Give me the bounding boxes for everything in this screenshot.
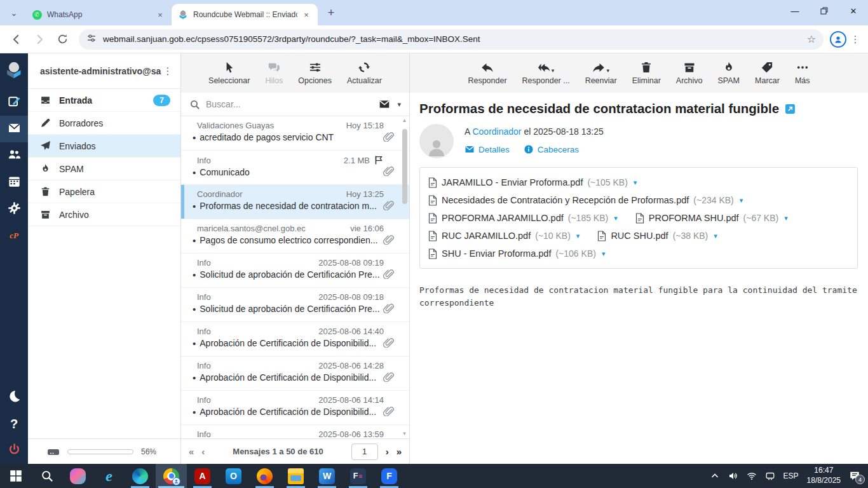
attachment-ruc-jaramillo-pdf[interactable]: RUC JARAMILLO.pdf(~10 KB)▾ — [428, 231, 580, 241]
folder-item-borradores[interactable]: Borradores — [28, 112, 180, 135]
tab-close-icon[interactable]: × — [155, 10, 165, 20]
recipient-link[interactable]: Coordinador — [472, 126, 521, 137]
next-page-icon[interactable]: › — [386, 446, 389, 457]
attachment-menu-caret-icon[interactable]: ▾ — [576, 232, 580, 240]
toolbar-button-eliminar[interactable]: Eliminar — [632, 61, 661, 85]
bookmark-star-icon[interactable]: ☆ — [807, 33, 816, 45]
scroll-down-icon[interactable]: ▼ — [402, 431, 407, 437]
taskbar-start-icon[interactable] — [0, 464, 31, 488]
taskbar-forms-icon[interactable]: F — [374, 464, 405, 488]
volume-icon[interactable] — [728, 471, 738, 481]
prev-page-icon[interactable]: ‹ — [201, 446, 205, 457]
folder-item-papelera[interactable]: Papelera — [28, 180, 180, 203]
taskbar-outlook-icon[interactable]: O — [218, 464, 249, 488]
message-row[interactable]: Validaciones Guayas Hoy 15:18 •acreditad… — [181, 116, 409, 151]
toolbar-button-responder[interactable]: ▾Responder ... — [522, 61, 570, 85]
taskbar-search-icon[interactable] — [31, 464, 62, 488]
headers-toggle[interactable]: Cabeceras — [524, 144, 579, 154]
message-row[interactable]: Info 2025-08-06 13:59 — [181, 425, 409, 438]
flag-icon[interactable] — [374, 155, 384, 165]
toolbar-button-hilos[interactable]: Hilos — [265, 61, 283, 85]
window-maximize-button[interactable] — [810, 0, 839, 22]
taskbar-copilot-icon[interactable] — [62, 464, 93, 488]
dropdown-caret-icon[interactable]: ▾ — [606, 67, 609, 74]
message-row[interactable]: Info 2025-08-08 09:18 •Solicitud de apro… — [181, 288, 409, 322]
first-page-icon[interactable]: « — [189, 446, 194, 457]
toolbar-button-marcar[interactable]: Marcar — [755, 61, 780, 85]
taskbar-ie-icon[interactable]: e — [93, 464, 125, 488]
dropdown-caret-icon[interactable]: ▾ — [552, 67, 555, 74]
folder-item-archivo[interactable]: Archivo — [28, 203, 180, 226]
message-row[interactable]: Info 2025-08-06 14:28 •Aprobación de Cer… — [181, 356, 409, 391]
attachment-proforma-shu-pdf[interactable]: PROFORMA SHU.pdf(~67 KB)▾ — [635, 213, 788, 224]
message-row[interactable]: Info 2025-08-06 14:40 •Aprobación de Cer… — [181, 322, 409, 356]
forward-button[interactable] — [29, 29, 50, 50]
toolbar-button-opciones[interactable]: Opciones — [298, 61, 332, 85]
new-tab-button[interactable]: + — [323, 4, 339, 21]
taskbar-fs-icon[interactable]: F≡ — [342, 464, 374, 488]
toolbar-button-archivo[interactable]: Archivo — [676, 61, 703, 85]
taskbar-acrobat-icon[interactable]: A — [187, 464, 218, 488]
rail-item-power[interactable] — [0, 437, 28, 464]
rail-item-compose[interactable] — [0, 89, 28, 116]
rail-item-cpanel[interactable]: cP — [0, 222, 28, 249]
toolbar-button-reenviar[interactable]: ▾Reenviar — [585, 61, 617, 85]
taskbar-explorer-icon[interactable] — [280, 464, 311, 488]
toolbar-button-actualizar[interactable]: Actualizar — [347, 61, 382, 85]
scroll-up-icon[interactable]: ▲ — [402, 118, 407, 124]
touch-keyboard-icon[interactable] — [765, 471, 775, 481]
attachment-proforma-jaramillo-pdf[interactable]: PROFORMA JARAMILLO.pdf(~185 KB)▾ — [428, 213, 618, 224]
wifi-icon[interactable] — [747, 471, 757, 481]
attachment-menu-caret-icon[interactable]: ▾ — [634, 179, 637, 187]
rail-item-calendar[interactable] — [0, 169, 28, 196]
browser-profile-avatar[interactable] — [830, 31, 846, 48]
address-bar[interactable]: webmail.sanjuan.gob.ec/cpsess0751905572/… — [79, 29, 824, 50]
browser-menu-icon[interactable]: ⋮ — [849, 34, 862, 45]
page-number-input[interactable] — [351, 444, 378, 460]
attachment-menu-caret-icon[interactable]: ▾ — [740, 196, 743, 205]
taskbar-firefox-icon[interactable] — [249, 464, 280, 488]
account-menu-icon[interactable]: ⋮ — [161, 65, 174, 77]
search-options-caret-icon[interactable]: ▾ — [397, 100, 401, 109]
attachment-necesidades-de-contratacion-y-recepcion-de-proformas-pdf[interactable]: Necesidades de Contratación y Recepción … — [428, 195, 743, 206]
taskbar-word-icon[interactable]: W — [311, 464, 342, 488]
toolbar-button-responder[interactable]: Responder — [468, 61, 506, 85]
language-indicator[interactable]: ESP — [783, 471, 799, 480]
message-row[interactable]: maricela.santos@cnel.gob.ec vie 16:06 •P… — [181, 219, 409, 254]
tray-expand-icon[interactable] — [710, 471, 720, 481]
site-info-icon[interactable] — [86, 33, 97, 46]
tab-whatsapp[interactable]: ✆ WhatsApp × — [25, 4, 172, 25]
reload-button[interactable] — [52, 29, 72, 50]
last-page-icon[interactable]: » — [397, 446, 402, 457]
window-minimize-button[interactable]: — — [780, 0, 810, 22]
tab-search-button[interactable]: ⌄ — [5, 4, 23, 22]
details-toggle[interactable]: Detalles — [465, 144, 510, 154]
rail-item-mail[interactable] — [0, 116, 28, 142]
toolbar-button-seleccionar[interactable]: Seleccionar — [208, 61, 250, 85]
message-row[interactable]: Coordinador Hoy 13:25 •Proformas de nece… — [181, 185, 409, 219]
clock[interactable]: 16:47 18/8/2025 — [807, 466, 841, 485]
tab-roundcube[interactable]: Roundcube Webmail :: Enviados × — [172, 4, 318, 25]
attachment-menu-caret-icon[interactable]: ▾ — [614, 214, 618, 222]
open-in-new-window-icon[interactable] — [785, 104, 796, 114]
tab-close-icon[interactable]: × — [301, 10, 311, 20]
list-scrollbar[interactable]: ▲ ▼ — [402, 118, 407, 437]
message-row[interactable]: Info 2025-08-06 14:14 •Aprobación de Cer… — [181, 391, 409, 425]
window-close-button[interactable]: ✕ — [839, 0, 868, 22]
rail-item-moon[interactable] — [0, 384, 28, 410]
message-row[interactable]: Info 2025-08-08 09:19 •Solicitud de apro… — [181, 254, 409, 288]
toolbar-button-mas[interactable]: Más — [795, 61, 810, 85]
attachment-menu-caret-icon[interactable]: ▾ — [784, 214, 788, 222]
taskbar-edge-icon[interactable] — [125, 464, 156, 488]
taskbar-chrome-icon[interactable] — [156, 464, 187, 488]
toolbar-button-spam[interactable]: SPAM — [718, 61, 740, 85]
attachment-shu-enviar-proforma-pdf[interactable]: SHU - Enviar Proforma.pdf(~106 KB)▾ — [428, 248, 605, 259]
folder-item-enviados[interactable]: Enviados — [28, 135, 180, 158]
attachment-menu-caret-icon[interactable]: ▾ — [714, 232, 717, 240]
folder-item-spam[interactable]: SPAM — [28, 158, 180, 180]
rail-item-help[interactable]: ? — [0, 410, 28, 437]
attachment-menu-caret-icon[interactable]: ▾ — [602, 250, 606, 258]
rail-item-settings[interactable] — [0, 196, 28, 222]
back-button[interactable] — [6, 29, 27, 50]
search-input[interactable] — [206, 99, 373, 109]
